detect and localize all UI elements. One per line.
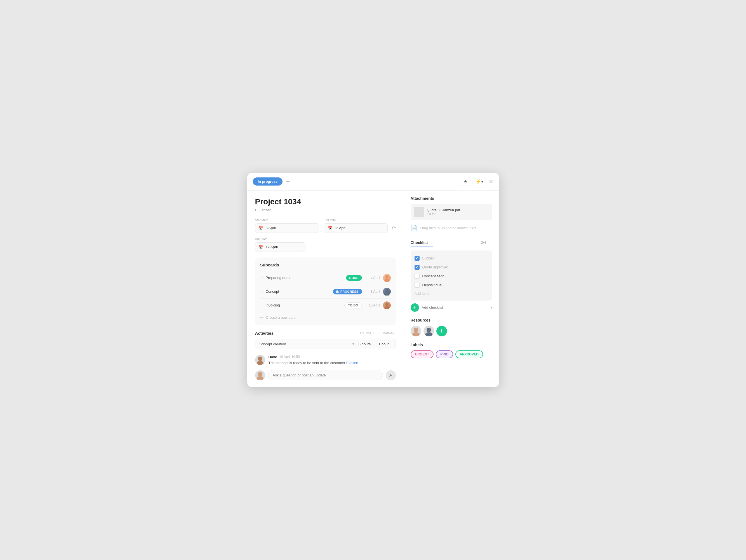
upload-area[interactable]: 📄 Drag files to upload or browse files bbox=[411, 222, 492, 234]
star-icon: ★ bbox=[463, 179, 467, 184]
refresh-button[interactable]: ⟳ bbox=[392, 218, 396, 233]
svg-point-3 bbox=[384, 292, 390, 296]
resources-section: Resources + bbox=[411, 318, 492, 336]
attachment-info: Quote_C.Janzen.pdf 8.8 MB bbox=[427, 208, 489, 216]
comment-header: Dave 10 April 10:59 bbox=[268, 355, 396, 359]
subcard-badge-inprogress: IN PROGRESS bbox=[333, 289, 362, 295]
activities-header: Activities ESTIMATE REMAINING bbox=[255, 331, 396, 336]
calendar-icon-due: 📅 bbox=[259, 245, 263, 249]
checkbox-quote-approved[interactable] bbox=[414, 265, 420, 270]
svg-point-4 bbox=[385, 303, 389, 306]
comment-time: 10 April 10:59 bbox=[280, 355, 300, 359]
activities-title: Activities bbox=[255, 331, 274, 336]
attachment-item: Quote_C.Janzen.pdf 8.8 MB bbox=[411, 204, 492, 220]
lightning-button[interactable]: ⚡ ▾ bbox=[473, 177, 486, 187]
checklist-title: Checklist bbox=[411, 241, 428, 245]
lightning-icon: ⚡ bbox=[476, 179, 481, 184]
end-date-field: End date 📅 12 April bbox=[324, 218, 388, 233]
estimate-label: ESTIMATE bbox=[355, 332, 375, 335]
add-checklist-button[interactable]: + bbox=[411, 303, 419, 312]
send-button[interactable]: ➤ bbox=[386, 370, 396, 380]
add-checklist-chevron-icon: ▾ bbox=[491, 306, 492, 310]
svg-point-2 bbox=[385, 289, 389, 292]
comment-input[interactable] bbox=[268, 370, 383, 380]
svg-point-1 bbox=[384, 278, 390, 282]
end-date-label: End date bbox=[324, 218, 388, 222]
project-owner: C. Janzen bbox=[255, 208, 396, 212]
checklist-arrow-icon[interactable]: → bbox=[488, 241, 492, 245]
activities-section: Activities ESTIMATE REMAINING Concept cr… bbox=[255, 331, 396, 349]
upload-icon: 📄 bbox=[411, 225, 418, 231]
create-card-row[interactable]: ↩ Create a new card bbox=[260, 312, 391, 320]
drag-handle[interactable]: ⠿ bbox=[260, 303, 263, 308]
comment-item: Dave 10 April 10:59 The concept is ready… bbox=[255, 355, 396, 366]
add-checklist-input[interactable] bbox=[422, 305, 488, 310]
star-button[interactable]: ★ bbox=[461, 177, 470, 187]
add-resource-button[interactable]: + bbox=[436, 326, 447, 336]
due-date-input[interactable]: 📅 12 April bbox=[255, 242, 306, 252]
comment-body: Dave 10 April 10:59 The concept is ready… bbox=[268, 355, 396, 366]
checklist-progress: 2/4 bbox=[481, 241, 486, 245]
subcard-avatar bbox=[383, 301, 391, 309]
subcard-row: ⠿ Concept IN PROGRESS 8 April bbox=[260, 285, 391, 299]
checkbox-budget[interactable] bbox=[414, 256, 420, 261]
modal: In progress → ★ ⚡ ▾ ✕ Project 1034 C. Ja… bbox=[247, 173, 499, 387]
attachments-section: Attachments Quote_C.Janzen.pdf 8.8 MB bbox=[411, 196, 492, 234]
subcard-row: ⠿ Invoicing TO DO 10 April bbox=[260, 299, 391, 312]
comment-author: Dave bbox=[268, 355, 277, 359]
labels-title: Labels bbox=[411, 342, 492, 347]
checkbox-deposit-due[interactable] bbox=[414, 283, 420, 288]
subcard-date: 10 April bbox=[365, 303, 380, 307]
checklist-header-left: Checklist bbox=[411, 241, 428, 245]
arrow-button[interactable]: → bbox=[285, 178, 290, 185]
project-title: Project 1034 bbox=[255, 197, 396, 206]
main-content: Project 1034 C. Janzen Start date 📅 3 Ap… bbox=[247, 191, 499, 387]
checklist-item: Quote approved bbox=[414, 263, 488, 272]
subcard-row: ⠿ Preparing quote DONE 4 April bbox=[260, 271, 391, 285]
end-date-input[interactable]: 📅 12 April bbox=[324, 223, 388, 233]
checklist-box: Budget Quote approved Concept sent Depos… bbox=[411, 250, 492, 301]
status-button[interactable]: In progress bbox=[253, 177, 283, 186]
return-icon: ↩ bbox=[260, 315, 264, 320]
checklist-progress-row: 2/4 → bbox=[481, 241, 492, 245]
right-panel: Attachments Quote_C.Janzen.pdf 8.8 MB bbox=[404, 191, 499, 387]
comment-section: Dave 10 April 10:59 The concept is ready… bbox=[255, 355, 396, 381]
close-button[interactable]: ✕ bbox=[489, 179, 493, 185]
attachment-name: Quote_C.Janzen.pdf bbox=[427, 208, 489, 212]
svg-point-12 bbox=[427, 328, 431, 332]
start-date-value: 3 April bbox=[266, 226, 276, 230]
svg-point-13 bbox=[425, 332, 432, 336]
subcards-section: Subcards ⠿ Preparing quote DONE 4 April bbox=[255, 257, 396, 325]
resources-row: + bbox=[411, 326, 492, 336]
labels-row: URGENT PRIO APPROVED bbox=[411, 351, 492, 358]
label-approved[interactable]: APPROVED bbox=[455, 351, 483, 358]
drag-handle[interactable]: ⠿ bbox=[260, 276, 263, 280]
dates-row: Start date 📅 3 April End date 📅 12 April… bbox=[255, 218, 396, 233]
comment-input-avatar bbox=[255, 370, 265, 380]
due-date-field: Due date 📅 12 April bbox=[255, 237, 306, 252]
label-prio[interactable]: PRIO bbox=[436, 351, 453, 358]
svg-point-9 bbox=[257, 376, 263, 380]
checkbox-concept-sent[interactable] bbox=[414, 274, 420, 279]
activity-select[interactable]: Concept creation bbox=[259, 342, 350, 346]
svg-point-7 bbox=[257, 361, 263, 365]
comment-link[interactable]: Evelien bbox=[346, 361, 358, 365]
due-date-label: Due date bbox=[255, 237, 306, 241]
add-item-label[interactable]: Add item bbox=[414, 290, 488, 297]
start-date-label: Start date bbox=[255, 218, 319, 222]
top-bar: In progress → ★ ⚡ ▾ ✕ bbox=[247, 173, 499, 191]
subcards-title: Subcards bbox=[260, 262, 391, 267]
resource-avatar-1 bbox=[411, 326, 421, 336]
start-date-input[interactable]: 📅 3 April bbox=[255, 223, 319, 233]
drag-handle[interactable]: ⠿ bbox=[260, 289, 263, 294]
checklist-label-quote-approved: Quote approved bbox=[422, 265, 449, 269]
due-date-value: 12 April bbox=[266, 245, 278, 249]
checklist-item: Budget bbox=[414, 254, 488, 263]
label-urgent[interactable]: URGENT bbox=[411, 351, 434, 358]
comment-input-row: ➤ bbox=[255, 370, 396, 380]
attachment-size: 8.8 MB bbox=[427, 212, 489, 216]
checklist-label-concept-sent: Concept sent bbox=[422, 274, 444, 278]
resource-avatar-2 bbox=[424, 326, 434, 336]
remaining-label: REMAINING bbox=[376, 332, 396, 335]
subcard-badge-todo: TO DO bbox=[344, 302, 362, 308]
